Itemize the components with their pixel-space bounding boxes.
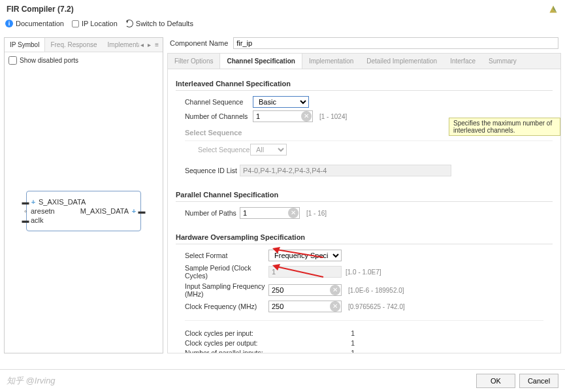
component-name-input[interactable] <box>233 37 558 49</box>
select-format-select[interactable]: Frequency Specification <box>268 250 342 261</box>
select-sequence-select: All <box>250 144 287 155</box>
port-m-axis: M_AXIS_DATA <box>80 207 129 215</box>
tab-freq-response[interactable]: Freq. Response <box>45 38 102 52</box>
cancel-button[interactable]: Cancel <box>519 374 558 388</box>
tab-filter-options[interactable]: Filter Options <box>168 54 219 69</box>
summary-npi-label: Number of parallel inputs: <box>185 349 263 353</box>
tab-ip-symbol[interactable]: IP Symbol <box>5 38 45 52</box>
summary-npi-value: 1 <box>351 349 355 353</box>
channel-sequence-label: Channel Sequence <box>185 98 253 106</box>
num-channels-range: [1 - 1024] <box>319 113 347 120</box>
summary-cpo-label: Clock cycles per output: <box>185 339 257 347</box>
sample-period-input <box>268 266 342 278</box>
switch-defaults-link[interactable]: Switch to Defaults <box>125 20 193 27</box>
clear-icon[interactable]: ✕ <box>330 285 340 295</box>
port-aresetn: aresetn <box>31 207 55 215</box>
tab-nav-next-icon[interactable]: ▸ <box>146 41 152 48</box>
window-title: FIR Compiler (7.2) <box>7 5 74 14</box>
port-s-axis: S_AXIS_DATA <box>39 198 86 206</box>
tab-channel-specification[interactable]: Channel Specification <box>219 54 302 69</box>
sequence-id-label: Sequence ID List <box>185 167 240 174</box>
num-paths-range: [1 - 16] <box>306 210 327 217</box>
vendor-logo-icon <box>548 4 558 14</box>
refresh-icon <box>125 20 133 27</box>
info-icon: i <box>5 20 13 27</box>
input-sampling-freq-range: [1.0E-6 - 189952.0] <box>348 287 404 294</box>
tab-detailed-implementation[interactable]: Detailed Implementation <box>360 54 444 69</box>
tab-interface[interactable]: Interface <box>444 54 482 69</box>
clock-freq-range: [0.9765625 - 742.0] <box>348 303 405 310</box>
num-paths-label: Number of Paths <box>185 209 240 217</box>
input-sampling-freq-label: Input Sampling Frequency (MHz) <box>185 282 268 298</box>
watermark: 知乎 @Irving <box>7 375 56 387</box>
tooltip: Specifies the maximum number of interlea… <box>449 118 560 136</box>
ok-button[interactable]: OK <box>476 374 515 388</box>
clear-icon[interactable]: ✕ <box>288 208 299 218</box>
port-aclk: aclk <box>31 216 44 224</box>
show-disabled-ports-label: Show disabled ports <box>20 57 78 64</box>
ip-location-link[interactable]: IP Location <box>72 20 118 27</box>
tab-nav-menu-icon[interactable]: ≡ <box>153 41 160 48</box>
ip-symbol-block: ▬+S_AXIS_DATA ◦aresetnM_AXIS_DATA+▬ ▬acl… <box>26 191 141 231</box>
config-tabs: Filter Options Channel Specification Imp… <box>167 53 561 69</box>
tab-implementation[interactable]: Implementation <box>302 54 360 69</box>
tab-implementation-details[interactable]: Implementation Detail <box>103 38 140 52</box>
sample-period-label: Sample Period (Clock Cycles) <box>185 264 268 280</box>
section-interleaved: Interleaved Channel Specification <box>176 76 553 91</box>
clear-icon[interactable]: ✕ <box>301 111 312 122</box>
sample-period-range: [1.0 - 1.0E7] <box>346 269 381 276</box>
folder-icon <box>72 20 79 27</box>
select-format-label: Select Format <box>185 252 268 259</box>
sequence-id-input <box>240 165 451 176</box>
num-channels-label: Number of Channels <box>185 112 253 120</box>
section-oversampling: Hardware Oversampling Specification <box>176 229 553 244</box>
summary-cpi-label: Clock cycles per input: <box>185 329 253 337</box>
left-panel: IP Symbol Freq. Response Implementation … <box>4 37 163 353</box>
component-name-label: Component Name <box>170 39 228 47</box>
section-parallel: Parallel Channel Specification <box>176 187 553 202</box>
channel-sequence-select[interactable]: Basic <box>253 96 309 108</box>
clear-icon[interactable]: ✕ <box>330 301 340 312</box>
select-sequence-label: Select Sequence <box>198 146 250 154</box>
summary-cpo-value: 1 <box>351 339 355 347</box>
tab-summary[interactable]: Summary <box>482 54 523 69</box>
clock-freq-label: Clock Frequency (MHz) <box>185 302 268 310</box>
summary-cpi-value: 1 <box>351 329 355 337</box>
documentation-link[interactable]: i Documentation <box>5 20 64 27</box>
toolbar: i Documentation IP Location Switch to De… <box>0 17 565 33</box>
config-scroll-area[interactable]: Interleaved Channel Specification Channe… <box>167 69 561 353</box>
tab-nav-prev-icon[interactable]: ◂ <box>139 41 145 48</box>
show-disabled-ports-checkbox[interactable] <box>8 56 17 65</box>
